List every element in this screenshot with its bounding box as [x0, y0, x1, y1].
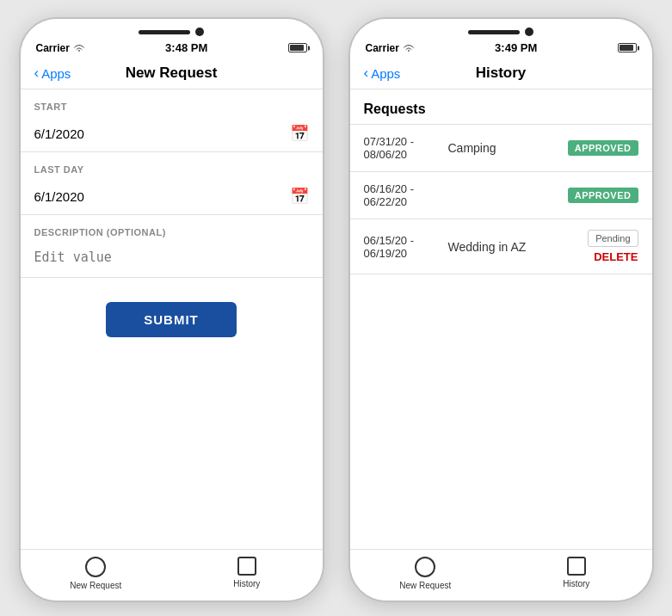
battery-icon [288, 43, 307, 52]
tab-new-request-2[interactable]: New Request [350, 557, 502, 590]
last-day-input[interactable] [34, 188, 290, 206]
start-field[interactable]: 📅 [21, 115, 323, 152]
history-icon-2 [567, 557, 586, 576]
status-time: 3:48 PM [165, 41, 207, 54]
last-day-label: LAST DAY [21, 152, 323, 178]
back-label: Apps [41, 66, 71, 81]
approved-badge-2: APPROVED [568, 188, 638, 203]
history-status-2: APPROVED [568, 188, 638, 203]
carrier-label-2: Carrier [366, 42, 399, 54]
status-right-2 [618, 43, 637, 52]
tab-history-label-2: History [563, 579, 589, 588]
history-content: Requests 07/31/20 -08/06/20 Camping APPR… [350, 89, 652, 549]
tab-new-request-label-2: New Request [399, 581, 451, 590]
history-status-3: Pending DELETE [588, 230, 638, 263]
nav-title: New Request [126, 65, 218, 82]
phone-top-2 [350, 19, 652, 40]
description-input[interactable] [34, 249, 309, 265]
tab-new-request[interactable]: New Request [21, 557, 172, 590]
status-left: Carrier [36, 42, 85, 54]
back-button[interactable]: ‹ Apps [34, 65, 71, 82]
history-row-3: 06/15/20 -06/19/20 Wedding in AZ Pending… [350, 219, 652, 274]
history-dates-3: 06/15/20 -06/19/20 [364, 234, 441, 260]
calendar-icon: 📅 [290, 124, 309, 143]
history-row-2: 06/16/20 -06/22/20 APPROVED [350, 172, 652, 219]
nav-bar: ‹ Apps New Request [21, 58, 323, 89]
wifi-icon [73, 44, 85, 52]
speaker [139, 30, 190, 34]
description-field[interactable] [21, 241, 323, 278]
description-label: DESCRIPTION (Optional) [21, 215, 323, 241]
speaker-2 [468, 30, 520, 34]
status-time-2: 3:49 PM [495, 41, 537, 54]
nav-title-2: History [476, 65, 527, 82]
tab-new-request-label: New Request [70, 581, 121, 590]
pending-badge: Pending [588, 230, 638, 247]
history-icon [237, 557, 256, 576]
nav-bar-2: ‹ Apps History [350, 58, 652, 89]
history-desc-1: Camping [448, 141, 561, 155]
tab-history[interactable]: History [171, 557, 323, 590]
form-content: START 📅 LAST DAY 📅 DESCRIPTION (Optional… [21, 89, 323, 549]
back-label-2: Apps [371, 66, 400, 81]
start-label: START [21, 89, 323, 115]
back-chevron-icon-2: ‹ [364, 65, 369, 82]
camera [195, 28, 204, 36]
submit-button[interactable]: SUBMIT [106, 302, 237, 337]
status-right [288, 43, 307, 52]
approved-badge-1: APPROVED [568, 140, 638, 156]
history-status-1: APPROVED [568, 140, 638, 156]
history-row: 07/31/20 -08/06/20 Camping APPROVED [350, 125, 652, 172]
tab-bar-2: New Request History [350, 549, 652, 601]
camera-2 [525, 28, 533, 36]
last-day-field[interactable]: 📅 [21, 178, 323, 215]
delete-button[interactable]: DELETE [594, 250, 638, 263]
wifi-icon-2 [403, 44, 415, 52]
start-input[interactable] [34, 125, 290, 143]
tab-history-2[interactable]: History [501, 557, 652, 590]
status-left-2: Carrier [366, 42, 415, 54]
new-request-icon [85, 557, 106, 577]
phone-new-request: Carrier 3:48 PM ‹ Apps New Request START… [19, 17, 324, 602]
status-bar-2: Carrier 3:49 PM [350, 40, 652, 58]
battery-icon-2 [618, 43, 637, 52]
new-request-icon-2 [415, 557, 435, 577]
back-chevron-icon: ‹ [34, 65, 40, 82]
history-dates-1: 07/31/20 -08/06/20 [364, 135, 441, 161]
phone-history: Carrier 3:49 PM ‹ Apps History Requests … [348, 17, 654, 602]
tab-history-label: History [233, 579, 260, 588]
status-bar: Carrier 3:48 PM [21, 40, 323, 58]
history-desc-3: Wedding in AZ [448, 240, 582, 254]
carrier-label: Carrier [36, 42, 70, 54]
calendar-icon-2: 📅 [290, 187, 309, 206]
requests-header: Requests [350, 89, 652, 125]
back-button-2[interactable]: ‹ Apps [364, 65, 401, 82]
history-dates-2: 06/16/20 -06/22/20 [364, 182, 441, 208]
phone-top [21, 19, 323, 40]
tab-bar: New Request History [21, 549, 323, 601]
